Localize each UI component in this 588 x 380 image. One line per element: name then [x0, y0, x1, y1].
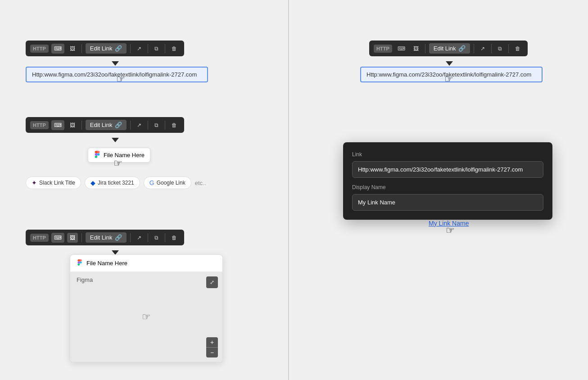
- google-chip-label: Google Link: [157, 180, 185, 186]
- figma-preview-card: File Name Here Figma ⤢ ☞ + −: [70, 254, 223, 362]
- open-external-btn-3[interactable]: ↗: [134, 233, 144, 243]
- edit-link-modal: Link Display Name: [343, 142, 552, 220]
- divider-3b: [130, 233, 131, 242]
- edit-link-label-2: Edit Link: [90, 122, 113, 128]
- google-icon: G: [149, 179, 154, 186]
- keyboard-btn-2[interactable]: ⌨: [51, 120, 64, 130]
- link-chips-row: ✦ Slack Link Title ◆ Jira ticket 3221 G …: [26, 176, 206, 189]
- trash-btn-1[interactable]: 🗑: [169, 44, 180, 54]
- slack-chip[interactable]: ✦ Slack Link Title: [26, 176, 81, 189]
- divider-1b: [130, 44, 131, 53]
- jira-chip-label: Jira ticket 3221: [98, 180, 134, 186]
- link-icon-1: 🔗: [115, 45, 122, 52]
- keyboard-btn-1[interactable]: ⌨: [51, 44, 64, 54]
- open-external-btn-1[interactable]: ↗: [134, 44, 144, 54]
- divider-3d: [165, 233, 165, 242]
- trash-btn-2[interactable]: 🗑: [169, 120, 180, 130]
- copy-btn-3[interactable]: ⧉: [152, 233, 161, 243]
- right-copy-btn-1[interactable]: ⧉: [495, 44, 505, 54]
- figma-preview-title: File Name Here: [86, 260, 127, 267]
- right-caret-modal: [447, 214, 454, 219]
- toolbar-1: HTTP ⌨ 🖼 Edit Link 🔗 ↗ ⧉ 🗑: [26, 41, 184, 56]
- right-url-bar-1: Http:www.figma.com/23i32oo/faketextlink/…: [360, 67, 543, 82]
- right-edit-link-label-1: Edit Link: [434, 45, 456, 52]
- jira-chip[interactable]: ◆ Jira ticket 3221: [85, 176, 140, 189]
- caret-1: [112, 61, 119, 66]
- right-divider-1c: [491, 44, 492, 53]
- edit-link-btn-3[interactable]: Edit Link 🔗: [86, 232, 127, 243]
- url-bar-1: Http:www.figma.com/23i32oo/faketextlink/…: [26, 67, 208, 82]
- edit-link-label-1: Edit Link: [90, 45, 113, 52]
- trash-btn-3[interactable]: 🗑: [169, 233, 180, 243]
- divider-2c: [148, 121, 148, 130]
- link-icon-3: 🔗: [115, 234, 122, 241]
- my-link-name-display[interactable]: My Link Name: [429, 220, 469, 227]
- right-divider-1d: [508, 44, 509, 53]
- link-input[interactable]: [352, 161, 543, 178]
- http-badge-3: HTTP: [30, 234, 49, 242]
- image-btn-1[interactable]: 🖼: [67, 44, 78, 54]
- caret-2: [112, 138, 119, 142]
- expand-btn[interactable]: ⤢: [206, 276, 218, 288]
- right-image-btn-1[interactable]: 🖼: [411, 44, 421, 54]
- open-external-btn-2[interactable]: ↗: [134, 120, 144, 130]
- http-badge-2: HTTP: [30, 121, 49, 129]
- toolbar-2: HTTP ⌨ 🖼 Edit Link 🔗 ↗ ⧉ 🗑: [26, 117, 184, 133]
- hand-cursor-3: ☞: [142, 311, 151, 323]
- etc-label: etc..: [195, 180, 206, 186]
- google-chip[interactable]: G Google Link: [144, 176, 191, 189]
- divider-3: [81, 233, 82, 242]
- image-btn-3[interactable]: 🖼: [67, 233, 78, 243]
- divider-3c: [148, 233, 148, 242]
- keyboard-btn-3[interactable]: ⌨: [51, 233, 64, 243]
- jira-icon: ◆: [90, 179, 95, 186]
- edit-link-btn-2[interactable]: Edit Link 🔗: [86, 120, 127, 130]
- right-http-badge-1: HTTP: [374, 45, 392, 53]
- figma-icon-preview: [77, 259, 83, 267]
- display-name-label: Display Name: [352, 184, 543, 190]
- right-toolbar-1: HTTP ⌨ 🖼 Edit Link 🔗 ↗ ⧉ 🗑: [369, 41, 528, 56]
- right-trash-btn-1[interactable]: 🗑: [512, 44, 523, 54]
- right-edit-link-btn-1[interactable]: Edit Link 🔗: [429, 43, 470, 54]
- right-open-external-btn-1[interactable]: ↗: [478, 44, 488, 54]
- right-keyboard-btn-1[interactable]: ⌨: [395, 44, 408, 54]
- figma-preview-body[interactable]: Figma ⤢ ☞ + −: [70, 272, 222, 362]
- divider-2b: [130, 121, 131, 130]
- divider-1d: [165, 44, 165, 53]
- divider-1c: [148, 44, 148, 53]
- slack-icon: ✦: [32, 179, 37, 186]
- file-chip-label-2: File Name Here: [104, 152, 145, 158]
- toolbar-3: HTTP ⌨ 🖼 Edit Link 🔗 ↗ ⧉ 🗑: [26, 230, 184, 245]
- zoom-in-btn[interactable]: +: [206, 337, 218, 347]
- right-divider-1b: [474, 44, 474, 53]
- panel-separator: [288, 0, 289, 380]
- edit-link-btn-1[interactable]: Edit Link 🔗: [86, 43, 127, 54]
- link-icon-2: 🔗: [115, 122, 122, 128]
- figma-preview-header: File Name Here: [70, 255, 222, 272]
- divider-1: [81, 44, 82, 53]
- right-link-icon-1: 🔗: [458, 45, 466, 52]
- edit-link-label-3: Edit Link: [90, 234, 113, 241]
- figma-icon-2: [94, 151, 101, 159]
- link-field-label: Link: [352, 151, 543, 158]
- file-chip-2[interactable]: File Name Here: [88, 148, 150, 163]
- right-caret-1: [446, 61, 453, 66]
- figma-app-label: Figma: [77, 276, 93, 283]
- http-badge-1: HTTP: [30, 45, 49, 53]
- zoom-controls: + −: [206, 337, 218, 357]
- display-name-input[interactable]: [352, 194, 543, 211]
- slack-chip-label: Slack Link Title: [39, 180, 75, 186]
- copy-btn-1[interactable]: ⧉: [152, 44, 161, 54]
- right-divider-1: [425, 44, 425, 53]
- zoom-out-btn[interactable]: −: [206, 348, 218, 357]
- divider-2: [81, 121, 82, 130]
- divider-2d: [165, 121, 165, 130]
- copy-btn-2[interactable]: ⧉: [152, 120, 161, 130]
- image-btn-2[interactable]: 🖼: [67, 120, 78, 130]
